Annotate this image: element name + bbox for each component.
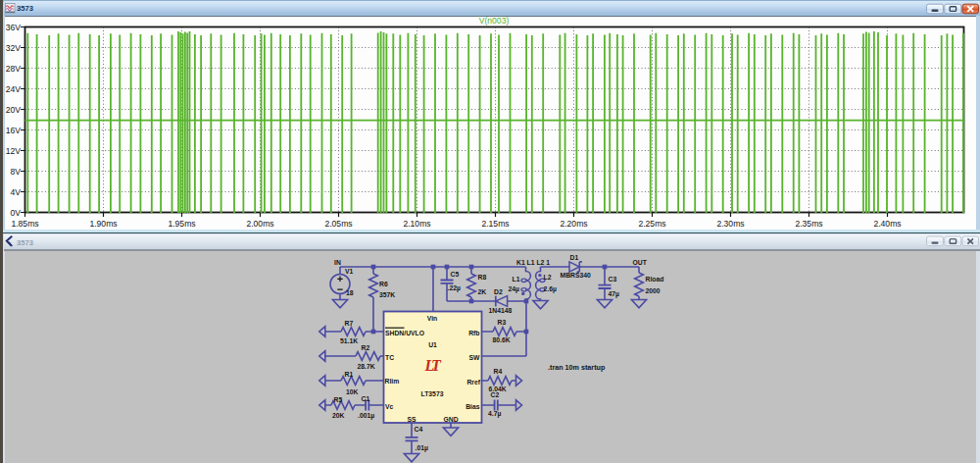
svg-text:24µ: 24µ (509, 285, 520, 293)
svg-text:R3: R3 (498, 319, 507, 326)
svg-text:C3: C3 (609, 276, 617, 283)
svg-text:.01µ: .01µ (416, 444, 428, 452)
svg-text:R1: R1 (345, 371, 354, 378)
svg-text:L2: L2 (544, 274, 552, 281)
svg-text:.001µ: .001µ (358, 412, 374, 420)
svg-text:2.10ms: 2.10ms (403, 219, 430, 229)
svg-text:.22µ: .22µ (448, 284, 461, 292)
svg-text:1.85ms: 1.85ms (11, 219, 38, 229)
svg-text:V(n003): V(n003) (479, 16, 510, 26)
svg-text:OUT: OUT (633, 259, 648, 266)
svg-text:2.00ms: 2.00ms (246, 219, 273, 229)
svg-text:1.90ms: 1.90ms (89, 219, 117, 229)
svg-text:8V: 8V (10, 167, 21, 177)
svg-text:2.25ms: 2.25ms (638, 219, 665, 229)
svg-text:R7: R7 (345, 320, 354, 327)
svg-text:Rlim: Rlim (385, 378, 400, 385)
svg-text:D1: D1 (570, 254, 579, 261)
svg-text:2K: 2K (478, 288, 487, 295)
svg-text:18: 18 (346, 289, 354, 296)
svg-text:28V: 28V (6, 64, 22, 74)
svg-text:357K: 357K (379, 291, 395, 298)
svg-text:2.15ms: 2.15ms (481, 219, 509, 229)
svg-text:V1: V1 (345, 268, 354, 275)
svg-text:C5: C5 (451, 271, 460, 278)
svg-text:TC: TC (385, 354, 394, 361)
svg-text:Bias: Bias (466, 403, 480, 410)
svg-text:24V: 24V (6, 84, 22, 94)
svg-text:U1: U1 (428, 341, 437, 348)
svg-text:SHDN/UVLO: SHDN/UVLO (385, 330, 424, 336)
svg-text:L1: L1 (513, 276, 520, 283)
svg-text:20K: 20K (332, 412, 345, 419)
svg-text:IN: IN (334, 259, 341, 266)
svg-text:1N4148: 1N4148 (489, 307, 513, 314)
svg-text:C4: C4 (415, 426, 423, 433)
svg-text:2.35ms: 2.35ms (795, 219, 822, 229)
svg-text:4.7µ: 4.7µ (488, 410, 501, 418)
svg-text:51.1K: 51.1K (340, 337, 358, 344)
svg-text:2.40ms: 2.40ms (873, 219, 901, 229)
svg-text:2.30ms: 2.30ms (716, 219, 744, 229)
svg-text:10K: 10K (346, 388, 359, 395)
svg-text:20V: 20V (6, 105, 22, 115)
svg-text:2000: 2000 (646, 287, 661, 294)
svg-text:Vin: Vin (427, 315, 437, 322)
svg-text:D2: D2 (494, 288, 503, 295)
svg-text:3573: 3573 (17, 238, 33, 247)
svg-text:Rload: Rload (646, 276, 664, 283)
svg-text:C2: C2 (491, 391, 500, 398)
svg-text:C1: C1 (362, 395, 370, 402)
svg-text:16V: 16V (6, 126, 22, 135)
svg-text:2.05ms: 2.05ms (324, 219, 352, 229)
svg-text:K1 L1 L2 1: K1 L1 L2 1 (516, 259, 550, 266)
svg-text:Rref: Rref (466, 379, 480, 386)
svg-text:R4: R4 (494, 368, 503, 375)
svg-text:R2: R2 (362, 344, 370, 351)
svg-text:R8: R8 (478, 274, 487, 281)
svg-text:SS: SS (407, 416, 416, 423)
svg-text:2.20ms: 2.20ms (560, 219, 587, 229)
svg-text:2.6µ: 2.6µ (544, 285, 557, 293)
svg-text:0V: 0V (10, 208, 21, 218)
svg-text:GND: GND (443, 416, 458, 423)
svg-text:47µ: 47µ (609, 290, 620, 298)
svg-text:32V: 32V (6, 43, 22, 53)
svg-text:Rfb: Rfb (468, 330, 479, 336)
svg-text:1.95ms: 1.95ms (168, 219, 195, 229)
svg-text:R5: R5 (334, 396, 343, 403)
svg-text:R6: R6 (379, 281, 388, 287)
svg-text:3573: 3573 (17, 4, 33, 13)
svg-text:80.6K: 80.6K (493, 336, 511, 343)
svg-text:4V: 4V (10, 187, 21, 197)
svg-text:SW: SW (469, 354, 481, 361)
svg-text:Vc: Vc (385, 403, 394, 410)
svg-text:MBRS340: MBRS340 (561, 272, 592, 279)
svg-text:.tran 10m startup: .tran 10m startup (548, 363, 606, 372)
svg-text:LT3573: LT3573 (421, 390, 444, 397)
svg-text:28.7K: 28.7K (358, 363, 375, 370)
svg-text:12V: 12V (6, 146, 22, 156)
svg-text:36V: 36V (6, 23, 22, 32)
